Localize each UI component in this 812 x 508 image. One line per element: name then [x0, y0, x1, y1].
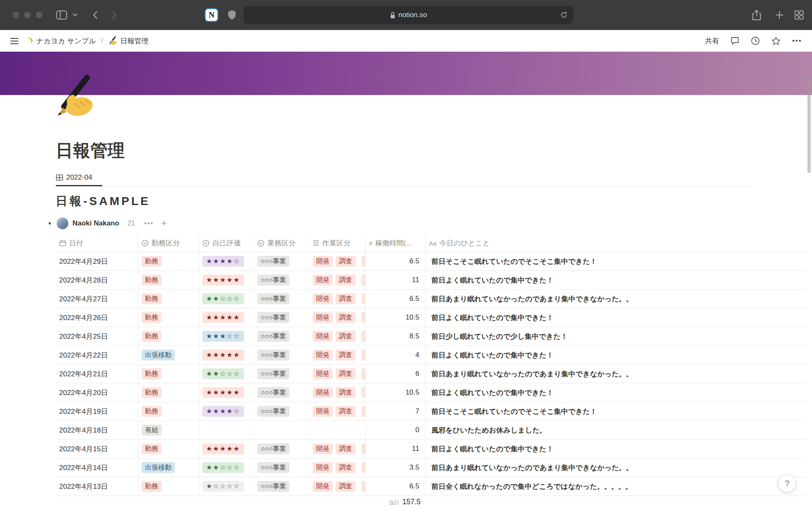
hours-cell[interactable]: 3.5 — [366, 458, 426, 477]
rating-cell[interactable]: ★★★★☆ — [199, 402, 254, 420]
tasks-cell[interactable]: 開発調査 — [309, 308, 366, 327]
new-tab-icon[interactable] — [775, 11, 784, 19]
business-cell[interactable]: ○○○事業 — [254, 327, 309, 345]
duty-cell[interactable]: 勤務 — [138, 365, 199, 383]
duty-cell[interactable]: 勤務 — [138, 440, 199, 458]
hours-cell[interactable]: 6 — [366, 365, 426, 383]
close-window-button[interactable] — [12, 12, 19, 18]
hours-cell[interactable]: 6.5 — [366, 252, 426, 270]
rating-cell[interactable]: ★★★☆☆ — [199, 327, 254, 345]
date-cell[interactable]: 2022年4月26日 — [56, 308, 138, 327]
tasks-cell[interactable]: 開発調査 — [309, 346, 366, 364]
view-tab-2022-04[interactable]: 2022-04 — [56, 171, 92, 184]
zoom-window-button[interactable] — [36, 12, 42, 18]
tasks-cell[interactable]: 開発調査 — [309, 290, 366, 308]
date-cell[interactable]: 2022年4月18日 — [56, 421, 138, 439]
business-cell[interactable]: ○○○事業 — [254, 440, 309, 458]
business-cell[interactable]: ○○○事業 — [254, 477, 309, 495]
hours-cell[interactable]: 0 — [366, 421, 426, 439]
hours-cell[interactable]: 10.5 — [366, 383, 426, 402]
comment-cell[interactable]: 風邪をひいたためお休みしました。 — [426, 421, 806, 439]
share-button[interactable]: 共有 — [705, 36, 719, 46]
comment-cell[interactable]: 前日そこそこ眠れていたのでそこそこ集中できた！ — [426, 252, 806, 270]
share-icon[interactable] — [752, 10, 761, 21]
column-header-6[interactable]: Aa今日のひとこと — [426, 234, 806, 252]
hours-sum-footer[interactable]: 合計157.5 — [366, 498, 421, 506]
sidebar-toggle-icon[interactable] — [56, 10, 67, 20]
rating-cell[interactable]: ★☆☆☆☆ — [199, 477, 254, 495]
hours-cell[interactable]: 10.5 — [366, 308, 426, 327]
duty-cell[interactable]: 勤務 — [138, 327, 199, 345]
comment-cell[interactable]: 前日よく眠れていたので集中できた！ — [426, 271, 806, 289]
comment-cell[interactable]: 前日全く眠れなかったので集中どころではなかった。。。。。 — [426, 477, 806, 495]
business-cell[interactable] — [254, 421, 309, 439]
rating-cell[interactable]: ★★★★☆ — [199, 252, 254, 270]
duty-cell[interactable]: 勤務 — [138, 308, 199, 327]
section-heading[interactable]: 日報-SAMPLE — [56, 193, 150, 209]
rating-cell[interactable]: ★★★★★ — [199, 346, 254, 364]
duty-cell[interactable]: 有給 — [138, 421, 199, 439]
date-cell[interactable]: 2022年4月22日 — [56, 346, 138, 364]
business-cell[interactable]: ○○○事業 — [254, 308, 309, 327]
rating-cell[interactable]: ★★★★★ — [199, 271, 254, 289]
rating-cell[interactable]: ★★☆☆☆ — [199, 458, 254, 477]
comment-cell[interactable]: 前日あまり眠れていなかったのであまり集中できなかった。。 — [426, 458, 806, 477]
page-title[interactable]: 日報管理 — [56, 139, 125, 162]
date-cell[interactable]: 2022年4月13日 — [56, 477, 138, 495]
tasks-cell[interactable]: 開発調査 — [309, 271, 366, 289]
rating-cell[interactable] — [199, 421, 254, 439]
comments-icon[interactable] — [730, 36, 740, 45]
group-toggle-icon[interactable]: ▼ — [47, 221, 57, 226]
reload-icon[interactable] — [560, 11, 568, 19]
scrollbar[interactable] — [807, 75, 811, 173]
column-header-3[interactable]: 業務区分 — [254, 234, 309, 252]
comment-cell[interactable]: 前日よく眠れていたので集中できた！ — [426, 383, 806, 402]
column-header-2[interactable]: 自己評価 — [199, 234, 254, 252]
duty-cell[interactable]: 勤務 — [138, 252, 199, 270]
hamburger-menu-icon[interactable] — [10, 38, 19, 45]
hours-cell[interactable]: 7 — [366, 402, 426, 420]
duty-cell[interactable]: 出張移動 — [138, 346, 199, 364]
date-cell[interactable]: 2022年4月25日 — [56, 327, 138, 345]
breadcrumb-workspace[interactable]: ナカヨカ サンプル — [26, 36, 96, 46]
hours-cell[interactable]: 6.5 — [366, 290, 426, 308]
tasks-cell[interactable]: 開発調査 — [309, 458, 366, 477]
notion-favicon[interactable]: N — [205, 8, 218, 22]
duty-cell[interactable]: 勤務 — [138, 402, 199, 420]
comment-cell[interactable]: 前日よく眠れていたので集中できた！ — [426, 440, 806, 458]
address-bar[interactable]: notion.so — [244, 6, 573, 24]
hours-cell[interactable]: 11 — [366, 271, 426, 289]
duty-cell[interactable]: 勤務 — [138, 290, 199, 308]
comment-cell[interactable]: 前日あまり眠れていなかったのであまり集中できなかった。。 — [426, 365, 806, 383]
duty-cell[interactable]: 出張移動 — [138, 458, 199, 477]
tasks-cell[interactable]: 開発調査 — [309, 365, 366, 383]
business-cell[interactable]: ○○○事業 — [254, 290, 309, 308]
tab-overview-icon[interactable] — [795, 10, 804, 20]
business-cell[interactable]: ○○○事業 — [254, 383, 309, 402]
more-options-button[interactable]: ••• — [792, 37, 802, 45]
date-cell[interactable]: 2022年4月27日 — [56, 290, 138, 308]
forward-button[interactable] — [112, 10, 117, 20]
column-header-0[interactable]: 日付 — [56, 234, 138, 252]
duty-cell[interactable]: 勤務 — [138, 383, 199, 402]
hours-cell[interactable]: 6.5 — [366, 477, 426, 495]
rating-cell[interactable]: ★★★★★ — [199, 308, 254, 327]
breadcrumb-page[interactable]: 日報管理 — [108, 36, 149, 46]
tasks-cell[interactable] — [309, 421, 366, 439]
comment-cell[interactable]: 前日あまり眠れていなかったのであまり集中できなかった。。 — [426, 290, 806, 308]
business-cell[interactable]: ○○○事業 — [254, 458, 309, 477]
history-clock-icon[interactable] — [751, 36, 760, 45]
business-cell[interactable]: ○○○事業 — [254, 252, 309, 270]
column-header-5[interactable]: #稼働時間(... — [366, 234, 426, 252]
date-cell[interactable]: 2022年4月15日 — [56, 440, 138, 458]
comment-cell[interactable]: 前日よく眠れていたので集中できた！ — [426, 346, 806, 364]
duty-cell[interactable]: 勤務 — [138, 477, 199, 495]
minimize-window-button[interactable] — [24, 12, 31, 18]
business-cell[interactable]: ○○○事業 — [254, 365, 309, 383]
business-cell[interactable]: ○○○事業 — [254, 346, 309, 364]
comment-cell[interactable]: 前日少し眠れていたので少し集中できた！ — [426, 327, 806, 345]
help-button[interactable]: ? — [778, 475, 796, 492]
column-header-4[interactable]: 作業区分 — [309, 234, 366, 252]
date-cell[interactable]: 2022年4月21日 — [56, 365, 138, 383]
date-cell[interactable]: 2022年4月29日 — [56, 252, 138, 270]
